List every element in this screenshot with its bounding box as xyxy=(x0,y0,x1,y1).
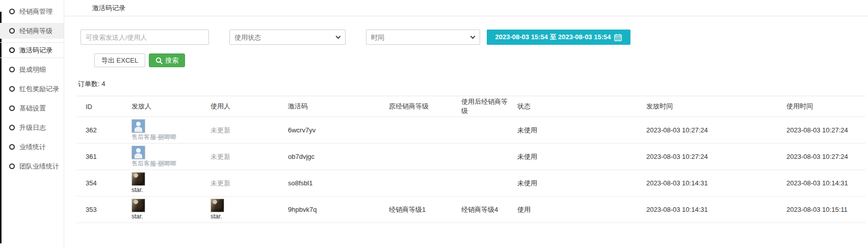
sidebar-item-经销商等级[interactable]: 经销商等级 xyxy=(0,23,64,39)
cell-receiver: 未更新 xyxy=(206,117,284,144)
order-count: 订单数: 4 xyxy=(78,79,868,89)
cell-old-level xyxy=(385,144,457,170)
cell-id: 353 xyxy=(76,197,127,223)
date-range-button[interactable]: 2023-08-03 15:54 至 2023-08-03 15:54 xyxy=(487,30,630,45)
cell-receiver: 未更新 xyxy=(206,144,284,170)
page-title: 激活码记录 xyxy=(64,0,868,16)
order-count-label: 订单数: xyxy=(78,80,100,88)
calendar-icon xyxy=(614,34,622,41)
date-range-label: 2023-08-03 15:54 至 2023-08-03 15:54 xyxy=(495,33,611,42)
circle-outline-icon xyxy=(9,9,15,14)
circle-outline-icon xyxy=(9,47,15,53)
cell-new-level xyxy=(457,144,513,170)
circle-outline-icon xyxy=(9,28,15,34)
sender-name[interactable]: star. xyxy=(131,187,145,194)
table-row: 361售后客服-丽唧唧未更新ob7dvjgc未使用2023-08-03 10:2… xyxy=(76,144,865,170)
cell-activation-code: ob7dvjgc xyxy=(284,144,385,170)
avatar[interactable] xyxy=(131,146,145,159)
cell-receiver: star. xyxy=(206,197,284,223)
cell-status: 未使用 xyxy=(513,144,642,170)
cell-use-time: 2023-08-03 10:14:31 xyxy=(782,170,865,197)
cell-use-time: 2023-08-03 10:15:11 xyxy=(782,197,865,223)
column-header-激活码: 激活码 xyxy=(284,96,385,117)
sidebar-item-基础设置[interactable]: 基础设置 xyxy=(0,100,64,116)
receiver-name: 未更新 xyxy=(211,179,230,187)
sender-user[interactable]: star. xyxy=(131,172,145,194)
column-header-发放人: 发放人 xyxy=(127,96,206,117)
circle-outline-icon xyxy=(9,125,15,130)
cell-status: 未使用 xyxy=(513,170,642,197)
sidebar-item-团队业绩统计[interactable]: 团队业绩统计 xyxy=(0,158,64,174)
export-excel-button[interactable]: 导出 EXCEL xyxy=(94,53,145,67)
cell-old-level xyxy=(385,170,457,197)
column-header-使用时间: 使用时间 xyxy=(782,96,865,117)
circle-outline-icon xyxy=(9,163,15,169)
column-header-使用后经销商等级: 使用后经销商等级 xyxy=(457,96,513,117)
cell-send-time: 2023-08-03 10:27:24 xyxy=(642,144,782,170)
sidebar-item-升级日志[interactable]: 升级日志 xyxy=(0,120,64,135)
status-select-wrap: 使用状态 xyxy=(229,30,346,45)
table-header-row: ID发放人使用人激活码原经销商等级使用后经销商等级状态发放时间使用时间 xyxy=(76,96,865,117)
time-select-wrap: 时间 xyxy=(366,30,480,45)
column-header-ID: ID xyxy=(76,96,127,117)
sidebar-item-红包奖励记录[interactable]: 红包奖励记录 xyxy=(0,81,64,97)
sidebar-item-经销商管理[interactable]: 经销商管理 xyxy=(0,4,64,19)
cell-new-level: 经销商等级4 xyxy=(457,197,513,223)
cell-sender: 售后客服-丽唧唧 xyxy=(127,117,206,144)
sidebar-item-激活码记录[interactable]: 激活码记录 xyxy=(0,42,64,58)
sender-name[interactable]: 售后客服-丽唧唧 xyxy=(131,134,176,141)
filter-row: 使用状态 时间 2023-08-03 15:54 至 2023-08-03 15… xyxy=(81,30,868,45)
receiver-user[interactable]: star. xyxy=(211,199,224,220)
sidebar-menu: 经销商管理经销商等级激活码记录提成明细红包奖励记录基础设置升级日志业绩统计团队业… xyxy=(0,4,64,174)
circle-outline-icon xyxy=(9,144,15,150)
sidebar-item-label: 团队业绩统计 xyxy=(19,162,59,171)
avatar[interactable] xyxy=(131,172,145,186)
table-row: 354star.未更新so8fsbl1未使用2023-08-03 10:14:3… xyxy=(76,170,865,197)
sidebar-item-业绩统计[interactable]: 业绩统计 xyxy=(0,139,64,155)
circle-outline-icon xyxy=(9,67,15,72)
cell-status: 使用 xyxy=(513,197,642,223)
cell-sender: star. xyxy=(127,170,206,197)
cell-activation-code: so8fsbl1 xyxy=(284,170,385,197)
cell-old-level: 经销商等级1 xyxy=(385,197,457,223)
avatar[interactable] xyxy=(131,199,145,212)
button-row: 导出 EXCEL 搜索 xyxy=(94,53,868,67)
sender-user[interactable]: 售后客服-丽唧唧 xyxy=(131,146,176,168)
cell-id: 362 xyxy=(76,117,127,144)
avatar[interactable] xyxy=(211,199,224,212)
column-header-发放时间: 发放时间 xyxy=(642,96,782,117)
table-row: 362售后客服-丽唧唧未更新6wcrv7yv未使用2023-08-03 10:2… xyxy=(76,117,865,144)
sidebar-item-提成明细[interactable]: 提成明细 xyxy=(0,62,64,77)
column-header-原经销商等级: 原经销商等级 xyxy=(385,96,457,117)
status-select[interactable]: 使用状态 xyxy=(229,30,346,45)
sidebar-item-label: 激活码记录 xyxy=(19,46,52,55)
cell-sender: star. xyxy=(127,197,206,223)
receiver-name: 未更新 xyxy=(211,153,230,160)
cell-activation-code: 9hpbvk7q xyxy=(284,197,385,223)
time-select[interactable]: 时间 xyxy=(366,30,480,45)
search-button[interactable]: 搜索 xyxy=(149,53,185,67)
table-row: 353star.star.9hpbvk7q经销商等级1经销商等级4使用2023-… xyxy=(76,197,865,223)
avatar[interactable] xyxy=(131,119,145,133)
cell-use-time: 2023-08-03 10:27:24 xyxy=(782,144,865,170)
sender-name[interactable]: star. xyxy=(131,213,145,220)
cell-old-level xyxy=(385,117,457,144)
sender-user[interactable]: 售后客服-丽唧唧 xyxy=(131,119,176,141)
cell-new-level xyxy=(457,170,513,197)
sidebar-item-label: 红包奖励记录 xyxy=(19,85,59,94)
order-count-value: 4 xyxy=(101,80,105,88)
search-button-label: 搜索 xyxy=(165,56,178,65)
receiver-name: 未更新 xyxy=(211,126,230,134)
sidebar-item-label: 经销商管理 xyxy=(19,7,52,16)
sender-user[interactable]: star. xyxy=(131,199,145,220)
sender-name[interactable]: 售后客服-丽唧唧 xyxy=(131,160,176,168)
main-content: 激活码记录 使用状态 时间 2023-08-03 15:54 至 2023-08… xyxy=(64,0,868,249)
search-input[interactable] xyxy=(81,30,209,45)
activation-records-table: ID发放人使用人激活码原经销商等级使用后经销商等级状态发放时间使用时间 362售… xyxy=(76,96,865,223)
cell-sender: 售后客服-丽唧唧 xyxy=(127,144,206,170)
circle-outline-icon xyxy=(9,105,15,111)
activation-code-page: 经销商管理经销商等级激活码记录提成明细红包奖励记录基础设置升级日志业绩统计团队业… xyxy=(0,0,868,249)
receiver-name[interactable]: star. xyxy=(211,213,224,220)
cell-receiver: 未更新 xyxy=(206,170,284,197)
cell-send-time: 2023-08-03 10:14:31 xyxy=(642,197,782,223)
